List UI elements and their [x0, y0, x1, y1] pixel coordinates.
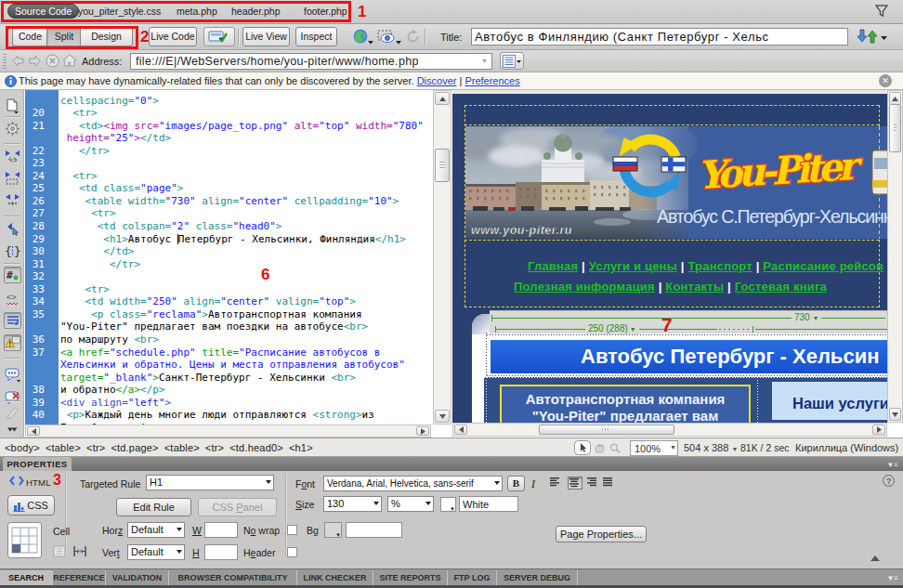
filter-related-files-icon[interactable] — [875, 5, 890, 18]
align-right-icon[interactable] — [585, 477, 600, 490]
code-vertical-scrollbar-down-arrow[interactable] — [435, 410, 450, 423]
design-horizontal-scrollbar-thumb[interactable] — [539, 425, 674, 435]
collapse-panel-icon[interactable] — [870, 555, 880, 561]
design-horizontal-scrollbar-left-arrow[interactable] — [454, 425, 467, 435]
size-select[interactable]: 130 — [323, 496, 382, 512]
zoom-level-select[interactable]: 100%▼ — [635, 443, 661, 454]
align-justify-icon[interactable] — [603, 477, 618, 490]
edit-rule-button[interactable]: Edit Rule — [116, 498, 191, 516]
tag-selector-item-table[interactable]: <table> — [164, 442, 200, 453]
balance-braces-icon[interactable]: {} — [4, 242, 21, 259]
syntax-error-alerts-icon[interactable] — [4, 334, 21, 351]
targeted-rule-select[interactable]: H1 — [146, 475, 274, 490]
merge-cells-icon[interactable] — [53, 545, 66, 557]
html-mode-button[interactable]: HTML — [26, 477, 51, 488]
tag-selector[interactable]: <body><table><tr><td.page><table><tr><td… — [5, 442, 319, 453]
forward-icon[interactable] — [28, 55, 42, 67]
word-wrap-icon[interactable] — [4, 312, 21, 329]
cell-width-input[interactable] — [204, 522, 238, 538]
cell-height-input[interactable] — [204, 544, 238, 560]
collapse-full-tag-icon[interactable]: <> — [4, 147, 21, 163]
select-parent-tag-icon[interactable] — [4, 220, 21, 237]
collapse-selection-icon[interactable] — [4, 169, 21, 186]
nowrap-checkbox[interactable] — [287, 525, 297, 535]
window-size-select[interactable]: 504 x 388 ▼ — [684, 442, 738, 453]
live-view-button[interactable]: Live View — [242, 27, 290, 46]
code-vertical-scrollbar[interactable] — [433, 90, 452, 425]
select-tool-icon[interactable] — [574, 440, 591, 455]
results-tab-search[interactable]: SEARCH — [0, 570, 53, 586]
results-tab-site-reports[interactable]: SITE REPORTS — [373, 570, 448, 586]
design-horizontal-scrollbar-right-arrow[interactable] — [872, 425, 885, 435]
zoom-tool-icon[interactable] — [609, 443, 622, 453]
hand-tool-icon[interactable] — [594, 443, 606, 453]
code-horizontal-scrollbar-left-arrow[interactable] — [27, 426, 40, 436]
refresh-icon[interactable] — [406, 30, 420, 44]
tag-selector-item-tdhead0[interactable]: <td.head0> — [229, 442, 283, 453]
table-width-menu[interactable]: 730 ▼ — [792, 313, 821, 323]
results-tab-server-debug[interactable]: SERVER DEBUG — [497, 570, 578, 586]
italic-button[interactable]: I — [531, 477, 535, 491]
tag-selector-item-tr[interactable]: <tr> — [86, 442, 105, 453]
vert-align-select[interactable]: Default — [127, 544, 185, 560]
code-horizontal-scrollbar-right-arrow[interactable] — [416, 426, 429, 436]
tag-selector-item-tr[interactable]: <tr> — [205, 442, 224, 453]
visual-aids-icon[interactable] — [377, 29, 401, 46]
tag-selector-item-tdpage[interactable]: <td.page> — [111, 442, 158, 453]
stop-icon[interactable] — [46, 54, 59, 68]
properties-tab[interactable]: PROPERTIES — [3, 457, 72, 471]
design-horizontal-scrollbar[interactable] — [452, 423, 887, 437]
file-get-put-icon[interactable] — [855, 28, 892, 46]
code-vertical-scrollbar-up-arrow[interactable] — [435, 92, 450, 105]
code-navigator-icon[interactable] — [4, 120, 21, 137]
code-horizontal-scrollbar[interactable] — [25, 425, 431, 438]
bold-button[interactable]: B — [507, 476, 525, 491]
bg-color-input[interactable] — [346, 522, 402, 538]
align-left-icon[interactable] — [550, 477, 565, 490]
nav-link-1[interactable]: Главная — [528, 259, 578, 273]
design-vertical-scrollbar-down-arrow[interactable] — [889, 408, 901, 421]
css-mode-button[interactable]: CSS — [7, 495, 55, 516]
live-code-button[interactable]: Live Code — [149, 27, 197, 46]
file-list-button[interactable] — [500, 52, 524, 70]
tag-selector-item-h1[interactable]: <h1> — [289, 442, 313, 453]
tag-selector-item-body[interactable]: <body> — [5, 442, 40, 453]
open-documents-icon[interactable] — [4, 98, 21, 114]
results-tab-validation[interactable]: VALIDATION — [106, 570, 169, 586]
toolbar-grip[interactable] — [3, 54, 7, 69]
title-input[interactable]: Автобус в Финляндию (Санкт Петербург - Х… — [471, 28, 848, 46]
results-tab-link-checker[interactable]: LINK CHECKER — [297, 570, 373, 586]
discover-link[interactable]: Discover — [417, 75, 457, 86]
address-input[interactable]: file:///E|/WebServers/home/you-piter/www… — [130, 53, 492, 70]
results-tab-browser-compatibility[interactable]: BROWSER COMPATIBILITY — [169, 570, 297, 586]
nav-link-3[interactable]: Транспорт — [687, 259, 752, 273]
expand-all-icon[interactable] — [4, 191, 21, 208]
apply-comment-icon[interactable] — [4, 367, 21, 384]
code-vertical-scrollbar-thumb[interactable] — [435, 149, 450, 182]
nav-link-2[interactable]: Контакты — [665, 280, 724, 294]
header-checkbox[interactable] — [287, 547, 297, 557]
preferences-link[interactable]: Preferences — [465, 75, 519, 86]
tag-selector-item-table[interactable]: <table> — [46, 442, 81, 453]
font-select[interactable]: Verdana, Arial, Helvetica, sans-serif — [323, 476, 503, 491]
browser-compatibility-button[interactable] — [203, 27, 235, 46]
results-tab-ftp-log[interactable]: FTP LOG — [448, 570, 497, 586]
text-color-input[interactable]: White — [459, 496, 518, 512]
address-dropdown-icon[interactable]: ▼ — [478, 54, 491, 69]
design-vertical-scrollbar[interactable] — [887, 90, 903, 423]
results-panel-menu-icon[interactable]: ▼≡ — [886, 574, 897, 582]
nav-link-1[interactable]: Полезная информация — [514, 280, 655, 294]
design-vertical-scrollbar-up-arrow[interactable] — [889, 92, 901, 105]
panel-menu-icon[interactable]: ▼≡ — [886, 461, 897, 469]
line-numbers-icon[interactable]: # — [4, 267, 21, 283]
horz-align-select[interactable]: Default — [127, 522, 185, 538]
info-close-button[interactable]: ✕ — [879, 74, 892, 87]
preview-in-browser-icon[interactable] — [352, 29, 373, 46]
split-cell-icon[interactable] — [72, 545, 87, 557]
results-tab-reference[interactable]: REFERENCE — [53, 570, 106, 586]
text-color-swatch[interactable]: ▼ — [440, 497, 456, 512]
column-width-menu[interactable]: 250 (288) ▼ — [585, 324, 639, 334]
nav-link-2[interactable]: Услуги и цены — [589, 259, 677, 273]
page-properties-button[interactable]: Page Properties... — [556, 526, 647, 542]
home-icon[interactable] — [62, 54, 77, 68]
